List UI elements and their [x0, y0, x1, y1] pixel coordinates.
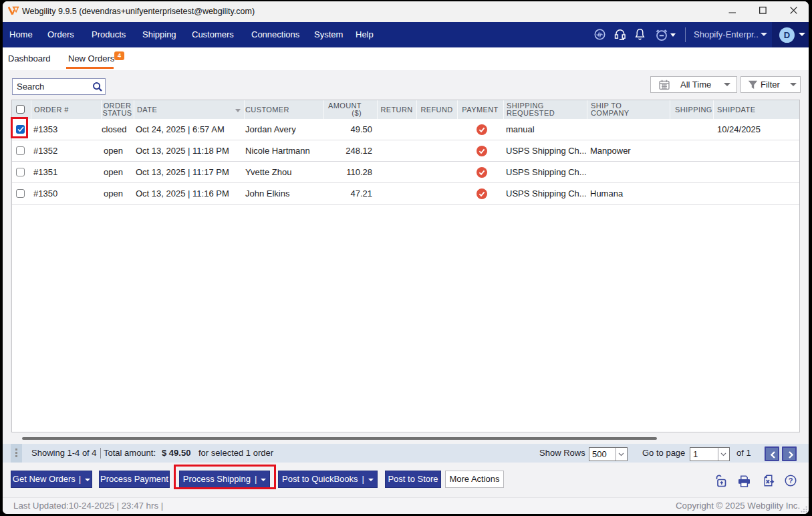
- svg-text:?: ?: [789, 477, 793, 485]
